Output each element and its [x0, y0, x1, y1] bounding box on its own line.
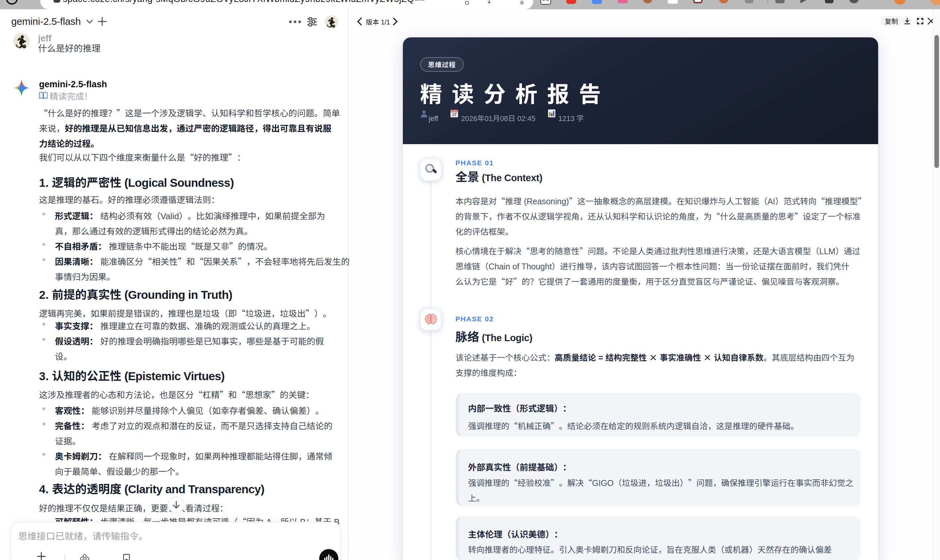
svg-text:17: 17 [452, 112, 457, 117]
